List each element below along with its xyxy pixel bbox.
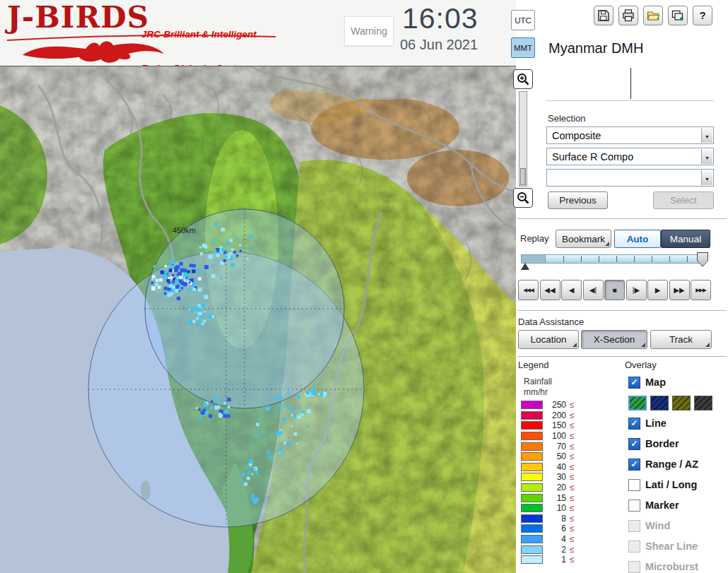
- legend-suffix: ≤: [570, 524, 575, 533]
- timeline-tick: [652, 256, 652, 262]
- print-icon: [621, 8, 635, 23]
- magnifier-plus-icon: [516, 72, 530, 86]
- legend-value: 200: [544, 410, 566, 420]
- playback-stop-button[interactable]: ■: [604, 280, 625, 300]
- organization-name: Myanmar DMH: [548, 40, 643, 57]
- playback-play-reverse-button[interactable]: ◀: [561, 280, 582, 300]
- playback-play-button[interactable]: ▶: [647, 280, 668, 300]
- overlay-item-range-az[interactable]: Range / AZ: [628, 457, 727, 471]
- open-folder-icon: [646, 8, 660, 23]
- map-checkbox[interactable]: [628, 377, 640, 389]
- range-az-checkbox[interactable]: [628, 459, 640, 471]
- playback-controls: ◀◀◀◀◀◀◀|■|▶▶▶▶▶▶▶: [518, 280, 723, 300]
- map-style-swatch-1[interactable]: [628, 396, 647, 410]
- legend-suffix: ≤: [570, 503, 575, 513]
- map-style-swatch-2[interactable]: [650, 396, 669, 410]
- playback-jump-start-button[interactable]: ◀◀◀: [518, 280, 539, 300]
- legend-color-swatch: [521, 421, 543, 430]
- overlay-item-map[interactable]: Map: [628, 375, 727, 389]
- export-image-button[interactable]: [668, 6, 688, 25]
- zoom-slider-handle[interactable]: [520, 168, 526, 185]
- legend-row-1: 1≤: [521, 555, 599, 565]
- legend-row-40: 40≤: [521, 462, 599, 473]
- chevron-down-icon[interactable]: [701, 149, 712, 164]
- clock-date: 06 Jun 2021: [400, 37, 478, 53]
- manual-mode-button[interactable]: Manual: [661, 230, 710, 248]
- bookmark-button[interactable]: Bookmark: [556, 230, 611, 248]
- toolbar: ?: [594, 6, 712, 25]
- replay-start-marker-icon: [521, 263, 529, 270]
- timeline-tick: [563, 256, 564, 262]
- legend-suffix: ≤: [570, 555, 575, 565]
- jbirds-app: J-BIRDS JRC-Brilliant & Intelligent Rada…: [0, 0, 728, 573]
- map-style-swatches: [628, 396, 727, 411]
- x-section-button[interactable]: X-Section: [581, 330, 647, 349]
- composite-dropdown[interactable]: Composite: [546, 126, 714, 144]
- print-button[interactable]: [618, 6, 638, 25]
- sub-product-dropdown[interactable]: [546, 169, 714, 187]
- legend-row-10: 10≤: [521, 503, 599, 514]
- wind-checkbox: [628, 520, 640, 532]
- playback-fast-forward-button[interactable]: ▶▶: [669, 280, 690, 300]
- timeline-tick: [599, 256, 599, 262]
- playback-fast-rewind-button[interactable]: ◀◀: [540, 280, 560, 300]
- replay-slider-track[interactable]: [521, 254, 700, 264]
- legend-row-100: 100≤: [521, 431, 599, 442]
- border-checkbox[interactable]: [628, 438, 640, 450]
- overlay-item-border[interactable]: Border: [628, 437, 727, 451]
- legend-value: 150: [544, 420, 566, 430]
- legend-row-6: 6≤: [521, 524, 599, 534]
- mmt-toggle-button[interactable]: MMT: [511, 37, 535, 58]
- legend-color-swatch: [521, 514, 543, 523]
- zoom-in-button[interactable]: [513, 69, 533, 89]
- overlay-item-lati-long[interactable]: Lati / Long: [628, 478, 727, 492]
- replay-timeline-slider[interactable]: [521, 252, 710, 269]
- auto-mode-button[interactable]: Auto: [614, 230, 661, 248]
- radar-map[interactable]: 450km: [0, 66, 516, 573]
- overlay-item-line[interactable]: Line: [628, 416, 727, 430]
- legend-color-swatch: [521, 494, 543, 502]
- site-list-box[interactable]: [546, 66, 714, 101]
- track-button[interactable]: Track: [650, 330, 712, 349]
- lati-long-checkbox[interactable]: [628, 479, 640, 491]
- product-dropdown-value: Surface R Compo: [552, 151, 633, 163]
- marker-checkbox[interactable]: [628, 500, 640, 512]
- save-button[interactable]: [594, 6, 613, 25]
- open-folder-button[interactable]: [643, 6, 663, 25]
- playback-jump-end-button[interactable]: ▶▶▶: [691, 280, 711, 300]
- legend-color-swatch: [521, 483, 543, 492]
- chevron-down-icon[interactable]: [701, 128, 712, 143]
- overlay-item-label: Line: [645, 418, 667, 429]
- location-button[interactable]: Location: [518, 330, 579, 349]
- map-style-swatch-3[interactable]: [672, 396, 691, 410]
- zoom-slider[interactable]: [519, 91, 527, 187]
- help-button[interactable]: ?: [693, 6, 712, 25]
- legend-color-swatch: [521, 545, 543, 554]
- replay-slider-thumb[interactable]: [697, 252, 708, 267]
- line-checkbox[interactable]: [628, 418, 640, 430]
- overlay-item-label: Lati / Long: [645, 479, 697, 490]
- playback-step-forward-button[interactable]: |▶: [626, 280, 647, 300]
- legend-value: 70: [544, 442, 566, 451]
- legend-unit-label: mm/hr: [524, 387, 548, 397]
- product-dropdown[interactable]: Surface R Compo: [546, 148, 714, 165]
- legend-suffix: ≤: [570, 420, 575, 430]
- zoom-out-button[interactable]: [513, 188, 533, 208]
- legend-value: 1: [544, 555, 566, 565]
- data-assistance-label: Data Assistance: [518, 317, 584, 327]
- utc-toggle-button[interactable]: UTC: [511, 10, 535, 30]
- legend-value: 250: [544, 400, 566, 410]
- legend-color-swatch: [521, 401, 543, 409]
- chevron-down-icon[interactable]: [701, 170, 712, 185]
- map-style-swatch-4[interactable]: [694, 396, 712, 410]
- timeline-tick: [669, 256, 670, 262]
- overlay-item-label: Shear Line: [645, 540, 698, 552]
- select-button[interactable]: Select: [653, 191, 714, 209]
- warning-status[interactable]: Warning: [344, 16, 394, 46]
- legend-row-250: 250≤: [521, 400, 599, 410]
- legend-section-label: Legend: [518, 360, 548, 370]
- playback-step-back-button[interactable]: ◀|: [583, 280, 604, 300]
- legend-color-swatch: [521, 535, 543, 543]
- previous-button[interactable]: Previous: [548, 191, 608, 209]
- overlay-item-marker[interactable]: Marker: [628, 498, 727, 512]
